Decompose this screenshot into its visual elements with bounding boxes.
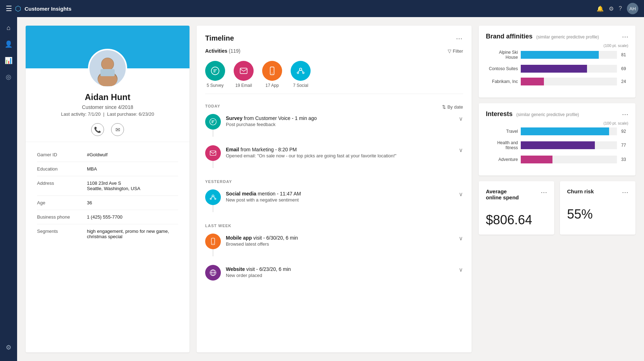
sidebar-item-segments[interactable]: ◎ [1,69,16,85]
website-expand-icon[interactable]: ∨ [459,265,463,273]
email-expand-icon[interactable]: ∨ [459,145,463,153]
avg-spend-panel: Averageonline spend ⋯ $806.64 [479,181,554,235]
survey-dot [205,114,221,130]
bar-fabrikam: Fabrikam, Inc 24 [486,78,628,85]
website-subtitle: New order placed [226,273,454,278]
bar-label-health: Health and fitness [486,140,518,151]
sort-label: By date [447,104,463,110]
interests-title: Interests [486,110,513,117]
bar-label-adventure: Adventure [486,157,518,162]
svg-point-19 [213,243,213,244]
bar-fill-travel [521,127,609,135]
bar-track-alpine [521,51,617,59]
activities-row: Activities (119) ▽ Filter [205,48,463,54]
social-expand-icon[interactable]: ∨ [459,189,463,198]
bar-label-fabrikam: Fabrikam, Inc [486,79,518,84]
filter-label: Filter [453,48,463,54]
brand-affinities-subtitle: (similar generic predictive profile) [536,35,599,40]
field-label-age: Age [37,200,87,205]
filter-button[interactable]: ▽ Filter [448,48,463,54]
brand-affinities-more-icon[interactable]: ⋯ [622,33,628,41]
bar-track-adventure [521,156,617,163]
timeline-card: Timeline ⋯ Activities (119) ▽ Filter 5 S… [197,26,472,352]
brand-affinities-title-wrap: Brand affinities (similar generic predic… [486,33,599,40]
field-segments: Segments high engagement, promo for new … [37,224,178,244]
bar-fill-alpine [521,51,599,59]
timeline-more-icon[interactable]: ⋯ [456,35,463,42]
field-education: Education MBA [37,162,178,176]
hamburger-icon[interactable]: ☰ [6,4,12,13]
app-dot-wrap [205,234,221,256]
survey-circle [205,61,225,81]
profile-activity: Last activity: 7/1/20 | Last purchase: 6… [34,111,181,117]
sidebar-item-chart[interactable]: 📊 [1,53,16,68]
survey-label: 5 Survey [207,83,223,88]
section-today-label: TODAY [205,104,220,108]
survey-expand-icon[interactable]: ∨ [459,114,463,122]
activity-icon-social[interactable]: 7 Social [291,61,311,88]
sidebar-item-home[interactable]: ⌂ [1,20,16,36]
avatar-initials: AH [629,6,636,11]
social-dot [205,189,221,205]
churn-risk-more-icon[interactable]: ⋯ [622,188,628,196]
field-age: Age 36 [37,196,178,210]
field-value-phone: 1 (425) 555-7700 [87,214,123,220]
timeline-line-3 [213,205,213,212]
email-button[interactable]: ✉ [111,123,124,136]
bar-contoso: Contoso Suites 69 [486,65,628,73]
bar-label-travel: Travel [486,129,518,134]
activity-icon-email[interactable]: 19 Email [234,61,254,88]
activity-icon-survey[interactable]: 5 Survey [205,61,225,88]
app-dot [205,234,221,249]
notification-icon[interactable]: 🔔 [597,5,604,12]
help-icon[interactable]: ? [619,5,622,12]
avg-spend-more-icon[interactable]: ⋯ [541,188,547,196]
website-content: Website visit - 6/23/20, 6 min New order… [226,265,454,278]
field-address: Address 1108 23rd Ave SSeattle, Washingt… [37,176,178,196]
svg-point-11 [297,72,298,73]
sidebar-item-person[interactable]: 👤 [1,36,16,52]
brand-affinities-header: Brand affinities (similar generic predic… [486,33,628,41]
sort-button[interactable]: ⇅ By date [442,104,463,110]
timeline-item-app: Mobile app visit - 6/30/20, 6 min Browse… [205,234,463,256]
app-title: Customer Insights [25,6,72,12]
phone-button[interactable]: 📞 [91,123,104,136]
bar-value-alpine: 81 [621,52,628,57]
svg-point-3 [102,58,114,70]
activity-icon-app[interactable]: 17 App [262,61,282,88]
email-subtitle: Opened email: "On sale now - our top pic… [226,153,454,158]
interests-more-icon[interactable]: ⋯ [622,110,628,118]
profile-avatar-wrap [26,49,189,88]
profile-avatar [88,49,127,88]
interests-subtitle: (similar generic predictive profile) [516,112,579,117]
bottom-panels: Averageonline spend ⋯ $806.64 Churn risk… [479,181,635,235]
field-value-education: MBA [87,166,97,172]
bar-value-adventure: 33 [621,157,628,162]
website-dot [205,265,221,281]
bar-value-contoso: 69 [621,66,628,71]
timeline-yesterday-items: Social media mention - 11:47 AM New post… [205,189,463,221]
section-yesterday-header: YESTERDAY [205,178,463,187]
interests-bars: Travel 92 Health and fitness 77 Adventur… [486,127,628,163]
bar-track-contoso [521,65,617,73]
avatar[interactable]: AH [627,3,638,14]
app-expand-icon[interactable]: ∨ [459,234,463,242]
timeline-header: Timeline ⋯ [205,34,463,42]
bar-label-contoso: Contoso Suites [486,66,518,71]
profile-name: Aidan Hunt [34,92,181,102]
svg-point-17 [215,198,216,200]
svg-rect-5 [100,69,115,76]
timeline-item-social: Social media mention - 11:47 AM New post… [205,189,463,212]
app-subtitle: Browsed latest offers [226,241,454,247]
sidebar: ⌂ 👤 📊 ◎ ⚙ [0,17,17,361]
field-gamer-id: Gamer ID #Goldwulf [37,148,178,162]
section-lastweek-header: LAST WEEK [205,222,463,231]
svg-point-16 [210,198,212,200]
app-label: 17 App [265,83,279,88]
last-purchase: Last purchase: 6/23/20 [107,111,154,117]
settings-icon[interactable]: ⚙ [609,5,614,12]
email-content: Email from Marketing - 8:20 PM Opened em… [226,145,454,158]
survey-content: Survey from Customer Voice - 1 min ago P… [226,114,454,127]
bar-fill-health [521,141,595,149]
sidebar-item-data[interactable]: ⚙ [1,340,16,355]
